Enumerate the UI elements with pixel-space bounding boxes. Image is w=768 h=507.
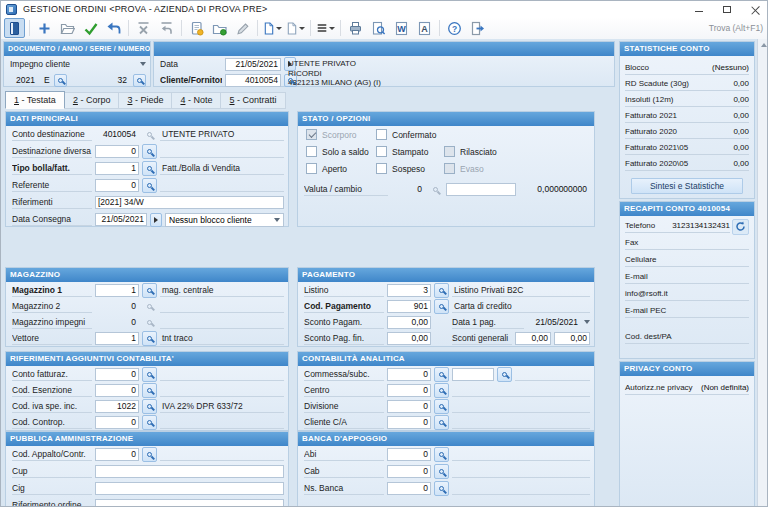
aperto-checkbox[interactable]: [306, 163, 317, 174]
search-icon[interactable]: [142, 178, 157, 193]
maximize-button[interactable]: [713, 1, 741, 17]
search-icon[interactable]: [142, 331, 157, 346]
cliente-fornitore-input[interactable]: 4010054: [225, 74, 281, 87]
word-export-button[interactable]: W: [391, 18, 412, 38]
scorporo-checkbox[interactable]: [306, 129, 317, 140]
search-icon[interactable]: [133, 74, 146, 87]
riferimenti-input[interactable]: [2021] 34/W: [95, 196, 284, 209]
minimize-button[interactable]: [685, 1, 713, 17]
vettore-input[interactable]: 1: [95, 332, 139, 345]
new-button[interactable]: [34, 18, 55, 38]
referente-input[interactable]: 0: [95, 179, 139, 192]
tab-testata[interactable]: 1 - Testata: [5, 91, 65, 109]
sconto-pagamento-input[interactable]: 0,00: [387, 316, 431, 329]
abi-input[interactable]: 0: [387, 448, 431, 461]
cig-input[interactable]: [95, 482, 284, 495]
sub-commessa-input[interactable]: [452, 368, 494, 381]
paste-folder-button[interactable]: [209, 18, 230, 38]
email-pec-value[interactable]: [706, 305, 749, 318]
chevron-down-icon[interactable]: [584, 320, 590, 324]
restore-row-button[interactable]: [156, 18, 177, 38]
commessa-input[interactable]: 0: [387, 368, 431, 381]
find-shortcut-label[interactable]: Trova (Alt+F1): [709, 23, 763, 33]
magazzino1-input[interactable]: 1: [95, 284, 139, 297]
navigator-button[interactable]: [4, 18, 25, 38]
email-value[interactable]: [696, 271, 749, 284]
search-icon[interactable]: [142, 283, 157, 298]
tab-note[interactable]: 4 - Note: [171, 92, 221, 109]
cliente-ca-input[interactable]: 0: [387, 416, 431, 429]
data-documento-input[interactable]: 21/05/2021: [225, 58, 281, 71]
search-icon[interactable]: [142, 161, 157, 176]
search-icon[interactable]: [434, 415, 449, 430]
cod-pagamento-input[interactable]: 901: [387, 300, 431, 313]
exit-button[interactable]: [467, 18, 488, 38]
sintesi-statistiche-button[interactable]: Sintesi e Statistiche: [631, 178, 743, 194]
search-icon[interactable]: [142, 144, 157, 159]
help-button[interactable]: ?: [444, 18, 465, 38]
magazzino2-input[interactable]: 0: [95, 300, 139, 313]
sconto-pag-fin-input[interactable]: 0,00: [387, 332, 431, 345]
confirm-button[interactable]: [80, 18, 101, 38]
chevron-down-icon[interactable]: [140, 62, 146, 66]
conto-fatturaz-input[interactable]: 0: [95, 368, 139, 381]
impegno-cliente-select[interactable]: Impegno cliente: [10, 59, 137, 69]
cambio-input[interactable]: [446, 183, 516, 196]
destinazione-diversa-input[interactable]: 0: [95, 145, 139, 158]
tipo-bolla-input[interactable]: 1: [95, 162, 139, 175]
anno-field[interactable]: 2021: [10, 74, 38, 87]
search-icon[interactable]: [54, 74, 67, 87]
data-consegna-input[interactable]: 21/05/2021: [95, 213, 147, 226]
telefono-value[interactable]: 3123134132431: [668, 220, 730, 233]
serie-field[interactable]: E: [41, 74, 51, 87]
numero-field[interactable]: 32: [110, 74, 130, 87]
search-icon[interactable]: [142, 399, 157, 414]
sospeso-checkbox[interactable]: [376, 163, 387, 174]
new-doc-button[interactable]: [262, 18, 283, 38]
cod-esenzione-input[interactable]: 0: [95, 384, 139, 397]
search-icon[interactable]: [434, 481, 449, 496]
solo-a-saldo-checkbox[interactable]: [306, 146, 317, 157]
menu-button[interactable]: [315, 18, 336, 38]
search-icon[interactable]: [142, 415, 157, 430]
cod-dest-pa-value[interactable]: [708, 331, 749, 344]
tab-corpo[interactable]: 2 - Corpo: [64, 92, 120, 109]
edit-button[interactable]: [232, 18, 253, 38]
rilasciato-checkbox[interactable]: [444, 146, 455, 157]
listino-input[interactable]: 3: [387, 284, 431, 297]
open-button[interactable]: [57, 18, 78, 38]
blocco-cliente-select[interactable]: Nessun blocco cliente: [165, 213, 284, 227]
confermato-checkbox[interactable]: [376, 129, 387, 140]
search-icon[interactable]: [142, 447, 157, 462]
search-icon[interactable]: [142, 367, 157, 382]
duplicate-doc-button[interactable]: [285, 18, 306, 38]
ns-banca-input[interactable]: 0: [387, 482, 431, 495]
search-icon[interactable]: [434, 283, 449, 298]
cod-iva-input[interactable]: 1022: [95, 400, 139, 413]
riferimento-ordine-input[interactable]: [95, 499, 284, 507]
tab-piede[interactable]: 3 - Piede: [118, 92, 172, 109]
search-icon[interactable]: [434, 383, 449, 398]
search-icon[interactable]: [434, 299, 449, 314]
search-icon[interactable]: [497, 367, 512, 382]
search-icon[interactable]: [434, 464, 449, 479]
search-icon[interactable]: [142, 383, 157, 398]
magazzino-impegni-input[interactable]: 0: [95, 316, 139, 329]
stampato-checkbox[interactable]: [376, 146, 387, 157]
close-button[interactable]: [741, 1, 768, 17]
sconto-generale1-input[interactable]: 0,00: [515, 332, 551, 345]
data-1-pag-value[interactable]: 21/05/2021: [527, 316, 581, 329]
cellulare-value[interactable]: [701, 254, 749, 267]
evaso-checkbox[interactable]: [444, 163, 455, 174]
divisione-input[interactable]: 0: [387, 400, 431, 413]
sconto-generale2-input[interactable]: 0,00: [554, 332, 590, 345]
email-address-value[interactable]: info@rsoft.it: [625, 288, 749, 301]
print-button[interactable]: [345, 18, 366, 38]
scroll-up-icon[interactable]: [761, 43, 767, 47]
print-preview-button[interactable]: [368, 18, 389, 38]
pdf-export-button[interactable]: A: [414, 18, 435, 38]
vertical-scrollbar[interactable]: [757, 39, 768, 507]
refresh-button[interactable]: [732, 219, 749, 235]
search-icon[interactable]: [434, 367, 449, 382]
calendar-next-button[interactable]: [150, 213, 162, 227]
